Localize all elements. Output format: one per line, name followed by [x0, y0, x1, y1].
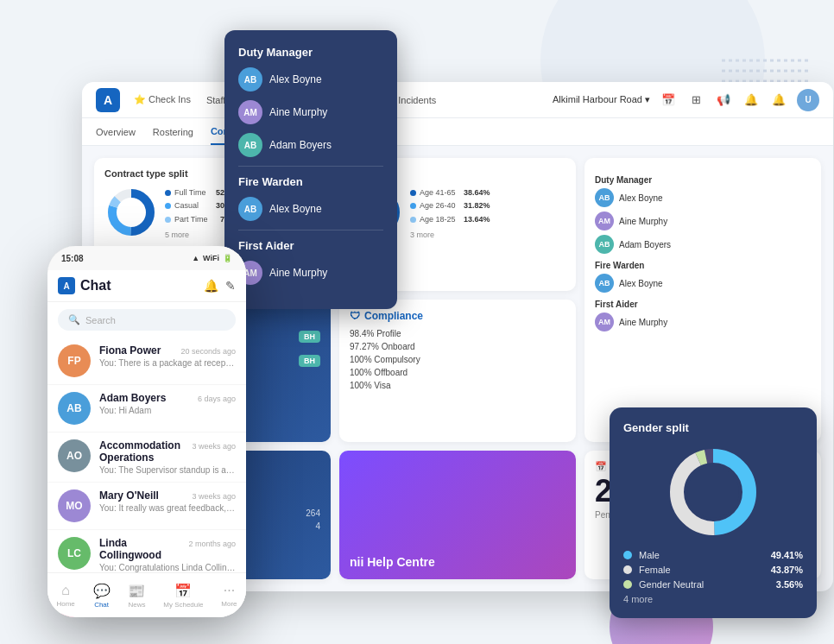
home-label: Home	[56, 600, 74, 608]
mary-preview: You: It really was great feedback, well.…	[99, 503, 236, 513]
compliance-offboard: 100% Offboard	[350, 368, 565, 377]
dropdown-divider-1	[238, 166, 383, 167]
compliance-visa: 100% Visa	[350, 381, 565, 390]
phone-time: 15:08	[61, 254, 84, 263]
fiona-name: Fiona Power	[99, 344, 161, 357]
dropdown-aine-name-2: Aine Murphy	[269, 267, 327, 279]
chat-search-area: 🔍 Search	[47, 302, 246, 338]
megaphone-icon[interactable]: 📢	[714, 91, 733, 110]
bottom-nav-more[interactable]: ··· More	[221, 583, 237, 608]
duty-manager-section-title: Duty Manager	[595, 175, 811, 185]
schedule-icon: 📅	[174, 583, 192, 599]
bottom-nav-schedule[interactable]: 📅 My Schedule	[163, 583, 203, 609]
chat-logo-area: A Chat	[58, 277, 111, 294]
dash-location[interactable]: Alkimil Harbour Road ▾	[553, 94, 650, 105]
svg-point-9	[117, 199, 145, 226]
bottom-nav-home[interactable]: ⌂ Home	[56, 583, 74, 608]
linda-name: Linda Collingwood	[99, 537, 188, 561]
gender-more: 4 more	[623, 594, 803, 604]
chat-header: A Chat 🔔 ✎	[47, 270, 246, 302]
alert-icon[interactable]: 🔔	[769, 91, 788, 110]
first-aider-aine-avatar: AM	[595, 313, 614, 331]
calendar-icon[interactable]: 📅	[659, 91, 678, 110]
dropdown-popup: Duty Manager AB Alex Boyne AM Aine Murph…	[224, 30, 397, 309]
male-dot	[623, 551, 632, 559]
card-gender-split: Gender split Male 49.41% Female 43.87% G…	[610, 407, 817, 618]
chat-item-fiona[interactable]: FP Fiona Power 20 seconds ago You: There…	[47, 338, 246, 385]
dash-header-right: Alkimil Harbour Road ▾ 📅 ⊞ 📢 🔔 🔔 U	[553, 89, 819, 111]
help-title: nii Help Centre	[350, 555, 565, 569]
bottom-nav-chat[interactable]: 💬 Chat	[93, 583, 111, 609]
mary-name: Mary O'Neill	[99, 489, 159, 502]
dropdown-aine-avatar-1: AM	[238, 100, 262, 124]
tab-overview[interactable]: Overview	[96, 118, 136, 145]
duty-adam-boyers: AB Adam Boyers	[595, 235, 811, 254]
linda-info: Linda Collingwood 2 months ago You: Cong…	[99, 537, 236, 572]
gender-male: Male 49.41%	[623, 550, 803, 560]
news-label: News	[128, 601, 145, 609]
bottom-nav-news[interactable]: 📰 News	[128, 583, 145, 609]
card-help-centre: nii Help Centre	[339, 451, 576, 579]
fiona-info: Fiona Power 20 seconds ago You: There is…	[99, 344, 236, 368]
dash-logo: A	[96, 88, 120, 112]
compliance-compulsory: 100% Compulsory	[350, 355, 565, 364]
dropdown-alex-avatar-1: AB	[238, 67, 262, 92]
search-icon: 🔍	[68, 314, 80, 325]
chat-item-accommodation[interactable]: AO Accommodation Operations 3 weeks ago …	[47, 432, 246, 483]
shield-icon: 🛡	[350, 310, 360, 322]
gender-title: Gender split	[623, 421, 803, 434]
dash-header: A ⭐ Check Ins Staff profiles Surveys Das…	[82, 82, 833, 118]
home-icon: ⌂	[61, 583, 70, 598]
dropdown-first-aider-title: First Aider	[238, 239, 383, 252]
adam-avatar: AB	[58, 392, 91, 425]
dropdown-adam-boyers: AB Adam Boyers	[238, 133, 383, 157]
age-26-40: Age 26-40 31.82%	[410, 199, 490, 212]
gender-legend: Male 49.41% Female 43.87% Gender Neutral…	[623, 550, 803, 590]
alvaro-badge: BH	[299, 331, 320, 343]
svg-point-19	[687, 466, 739, 518]
dropdown-adam-avatar: AB	[238, 133, 262, 157]
phone-status-bar: 15:08 ▲ WiFi 🔋	[47, 246, 246, 270]
parttime-dot	[165, 217, 171, 223]
nav-incidents[interactable]: Incidents	[398, 94, 436, 105]
dropdown-alex-boyne-2: AB Alex Boyne	[238, 197, 383, 221]
wifi-icon: WiFi	[203, 254, 219, 262]
chat-item-adam[interactable]: AB Adam Boyers 6 days ago You: Hi Adam	[47, 385, 246, 432]
dropdown-adam-name: Adam Boyers	[269, 139, 332, 151]
chat-edit-icon[interactable]: ✎	[225, 279, 236, 293]
age-18-25: Age 18-25 13.64%	[410, 213, 490, 226]
fiona-time: 20 seconds ago	[180, 347, 236, 356]
adam-info: Adam Boyers 6 days ago You: Hi Adam	[99, 392, 236, 415]
adam-name: Adam Boyers	[99, 392, 166, 404]
compliance-onboard: 97.27% Onboard	[350, 342, 565, 351]
chat-bell-icon[interactable]: 🔔	[204, 279, 218, 293]
phone-bottom-nav: ⌂ Home 💬 Chat 📰 News 📅 My Schedule ··· M…	[47, 572, 246, 617]
phone-status-icons: ▲ WiFi 🔋	[192, 254, 232, 262]
grid-icon[interactable]: ⊞	[686, 91, 705, 110]
age-legend: Age 41-65 38.64% Age 26-40 31.82% Age 18…	[410, 186, 490, 242]
chat-label: Chat	[94, 601, 109, 609]
fiona-preview: You: There is a package at reception fo.…	[99, 358, 236, 368]
fire-alex-boyne: AB Alex Boyne	[595, 274, 811, 293]
chat-header-icons: 🔔 ✎	[204, 279, 236, 293]
chat-item-mary[interactable]: MO Mary O'Neill 3 weeks ago You: It real…	[47, 483, 246, 530]
contract-donut	[104, 186, 158, 243]
age18-dot	[410, 217, 416, 223]
chat-search-input[interactable]: 🔍 Search	[58, 309, 236, 331]
user-avatar[interactable]: U	[797, 89, 819, 111]
nav-check-ins[interactable]: ⭐ Check Ins	[134, 94, 191, 105]
bell-icon[interactable]: 🔔	[742, 91, 761, 110]
age-more: 3 more	[410, 229, 490, 242]
accommodation-time: 3 weeks ago	[192, 442, 236, 451]
tab-rostering[interactable]: Rostering	[153, 118, 193, 145]
adam-preview: You: Hi Adam	[99, 406, 236, 415]
duty-alex-boyne: AB Alex Boyne	[595, 188, 811, 207]
more-icon: ···	[224, 583, 235, 598]
gender-female: Female 43.87%	[623, 565, 803, 575]
dropdown-alex-boyne-1: AB Alex Boyne	[238, 67, 383, 92]
casual-dot	[165, 203, 171, 209]
dropdown-divider-2	[238, 230, 383, 230]
signal-icon: ▲	[192, 254, 199, 262]
duty-adam-avatar: AB	[595, 235, 614, 254]
schedule-label: My Schedule	[163, 601, 203, 609]
